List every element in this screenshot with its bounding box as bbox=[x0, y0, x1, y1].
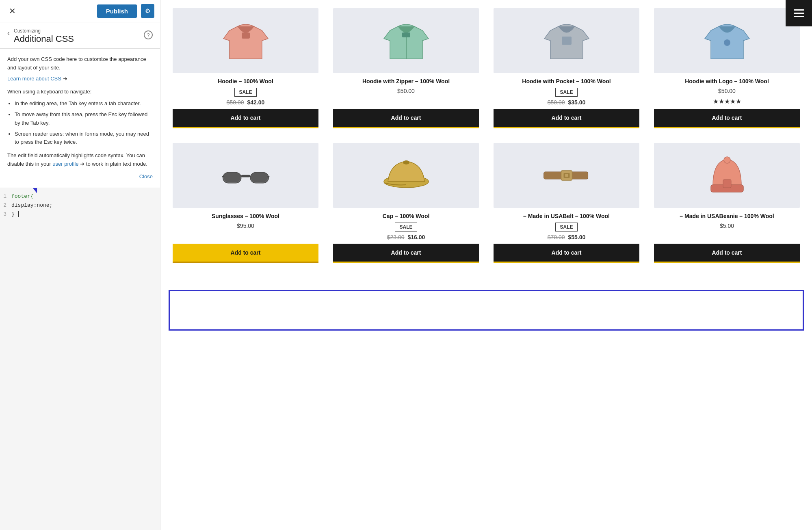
svg-point-5 bbox=[724, 39, 730, 46]
add-to-cart-button-beanie[interactable]: Add to cart bbox=[654, 244, 800, 263]
sale-badge-grey: SALE bbox=[555, 88, 577, 97]
line-number-2: 2 bbox=[0, 201, 11, 210]
product-price-hoodie-blue: $50.00 bbox=[718, 88, 736, 94]
product-image-hoodie-grey bbox=[494, 8, 639, 73]
left-panel: ✕ Publish ⚙ ‹ Customizing Additional CSS… bbox=[0, 0, 160, 530]
keyboard-instructions: In the editing area, the Tab key enters … bbox=[15, 100, 153, 147]
svg-rect-1 bbox=[242, 32, 250, 39]
top-bar: ✕ Publish ⚙ bbox=[0, 0, 160, 22]
add-to-cart-button[interactable]: Add to cart bbox=[173, 109, 318, 128]
info-section: Add your own CSS code here to customize … bbox=[0, 49, 160, 188]
original-price-cap: $23.00 bbox=[387, 234, 405, 240]
svg-point-21 bbox=[724, 157, 730, 163]
keyboard-title: When using a keyboard to navigate: bbox=[7, 88, 153, 96]
product-card-hoodie-pink: Hoodie – 100% Wool SALE $50.00 $42.00 Ad… bbox=[169, 4, 323, 132]
right-panel: Hoodie – 100% Wool SALE $50.00 $42.00 Ad… bbox=[160, 0, 812, 530]
svg-rect-12 bbox=[251, 173, 267, 182]
keyboard-bullet-1: In the editing area, the Tab key enters … bbox=[15, 100, 153, 108]
product-title-hoodie-green: Hoodie with Zipper – 100% Wool bbox=[362, 78, 450, 84]
sale-badge-cap: SALE bbox=[395, 223, 417, 231]
sale-badge: SALE bbox=[234, 88, 256, 97]
product-image-hoodie-green bbox=[333, 8, 479, 73]
footer-highlight-area bbox=[169, 290, 804, 331]
product-price-hoodie-grey: SALE $50.00 $35.00 bbox=[548, 88, 586, 106]
product-title-belt: – Made in USABelt – 100% Wool bbox=[523, 213, 610, 219]
code-content-3: } bbox=[11, 210, 19, 219]
settings-button[interactable]: ⚙ bbox=[141, 4, 154, 18]
product-image-sunglasses bbox=[173, 143, 318, 208]
hoodie-pink-svg bbox=[221, 14, 270, 67]
code-content-1: footer{ bbox=[11, 192, 34, 201]
add-to-cart-button-blue[interactable]: Add to cart bbox=[654, 109, 800, 128]
product-price-sunglasses: $95.00 bbox=[237, 223, 254, 229]
hoodie-grey-svg bbox=[542, 14, 591, 67]
add-to-cart-button-green[interactable]: Add to cart bbox=[333, 109, 479, 128]
stars-rating: ★★★★★ bbox=[713, 97, 741, 105]
sunglasses-svg bbox=[221, 149, 270, 202]
add-to-cart-button-grey[interactable]: Add to cart bbox=[494, 109, 639, 128]
svg-rect-8 bbox=[241, 175, 250, 177]
add-to-cart-button-belt[interactable]: Add to cart bbox=[494, 244, 639, 263]
sale-badge-belt: SALE bbox=[555, 223, 577, 231]
product-card-beanie: – Made in USABeanie – 100% Wool $5.00 Ad… bbox=[650, 139, 804, 267]
line-number-3: 3 bbox=[0, 210, 11, 219]
line-number-1: 1 bbox=[0, 192, 11, 201]
customizing-label: Customizing bbox=[14, 28, 74, 34]
hamburger-line-3 bbox=[794, 16, 804, 17]
original-price: $50.00 bbox=[227, 99, 244, 106]
product-card-sunglasses: Sunglasses – 100% Wool $95.00 Add to car… bbox=[169, 139, 323, 267]
product-card-hoodie-blue: Hoodie with Logo – 100% Wool $50.00 ★★★★… bbox=[650, 4, 804, 132]
hamburger-button[interactable] bbox=[786, 0, 812, 26]
publish-button[interactable]: Publish bbox=[97, 4, 137, 18]
product-image-belt bbox=[494, 143, 639, 208]
svg-rect-4 bbox=[562, 37, 572, 45]
close-link[interactable]: Close bbox=[7, 173, 153, 181]
product-card-belt: – Made in USABelt – 100% Wool SALE $70.0… bbox=[489, 139, 643, 267]
close-button[interactable]: ✕ bbox=[6, 4, 19, 17]
edit-field-note: The edit field automatically highlights … bbox=[7, 151, 153, 169]
product-price-beanie: $5.00 bbox=[720, 223, 734, 229]
code-line-3: 3 } bbox=[0, 210, 160, 219]
product-grid: Hoodie – 100% Wool SALE $50.00 $42.00 Ad… bbox=[160, 0, 812, 282]
hoodie-green-svg bbox=[382, 14, 431, 67]
code-editor[interactable]: 1 footer{ 2 display:none; 3 } bbox=[0, 188, 160, 530]
sale-price: $42.00 bbox=[247, 99, 264, 106]
belt-svg bbox=[542, 149, 591, 202]
sale-price-cap: $16.00 bbox=[407, 234, 425, 240]
add-to-cart-button-cap[interactable]: Add to cart bbox=[333, 244, 479, 263]
product-price-cap: SALE $23.00 $16.00 bbox=[387, 223, 425, 240]
product-price-hoodie-green: $50.00 bbox=[397, 88, 415, 94]
svg-rect-20 bbox=[723, 180, 731, 188]
add-to-cart-button-sunglasses[interactable]: Add to cart bbox=[173, 244, 318, 263]
page-title: Additional CSS bbox=[14, 34, 74, 44]
keyboard-bullet-3: Screen reader users: when in forms mode,… bbox=[15, 130, 153, 147]
sale-price-grey: $35.00 bbox=[568, 99, 585, 106]
cap-svg bbox=[382, 149, 431, 202]
product-title-hoodie-pink: Hoodie – 100% Wool bbox=[218, 78, 273, 84]
product-title-beanie: – Made in USABeanie – 100% Wool bbox=[680, 213, 774, 219]
product-row-2: Sunglasses – 100% Wool $95.00 Add to car… bbox=[169, 139, 804, 267]
hamburger-line-2 bbox=[794, 13, 804, 14]
original-price-belt: $70.00 bbox=[548, 234, 565, 240]
keyboard-bullet-2: To move away from this area, press the E… bbox=[15, 110, 153, 128]
learn-more-link[interactable]: Learn more about CSS bbox=[7, 76, 61, 82]
product-card-cap: Cap – 100% Wool SALE $23.00 $16.00 Add t… bbox=[329, 139, 483, 267]
back-button[interactable]: ‹ bbox=[7, 29, 10, 37]
customizing-header: ‹ Customizing Additional CSS ? bbox=[0, 22, 160, 49]
user-profile-link[interactable]: user profile bbox=[52, 161, 78, 167]
product-price-belt: SALE $70.00 $55.00 bbox=[548, 223, 586, 240]
product-image-hoodie-pink bbox=[173, 8, 318, 73]
product-title-sunglasses: Sunglasses – 100% Wool bbox=[212, 213, 279, 219]
beanie-svg bbox=[703, 149, 751, 202]
hamburger-icon bbox=[794, 9, 804, 17]
code-line-2: 2 display:none; bbox=[0, 201, 160, 210]
product-row-1: Hoodie – 100% Wool SALE $50.00 $42.00 Ad… bbox=[169, 4, 804, 132]
product-title-cap: Cap – 100% Wool bbox=[383, 213, 430, 219]
svg-rect-3 bbox=[402, 32, 410, 37]
product-image-hoodie-blue bbox=[654, 8, 800, 73]
help-icon[interactable]: ? bbox=[144, 30, 153, 39]
product-card-hoodie-grey: Hoodie with Pocket – 100% Wool SALE $50.… bbox=[489, 4, 643, 132]
hoodie-blue-svg bbox=[703, 14, 751, 67]
code-line-1: 1 footer{ bbox=[0, 192, 160, 201]
original-price-grey: $50.00 bbox=[548, 99, 565, 106]
